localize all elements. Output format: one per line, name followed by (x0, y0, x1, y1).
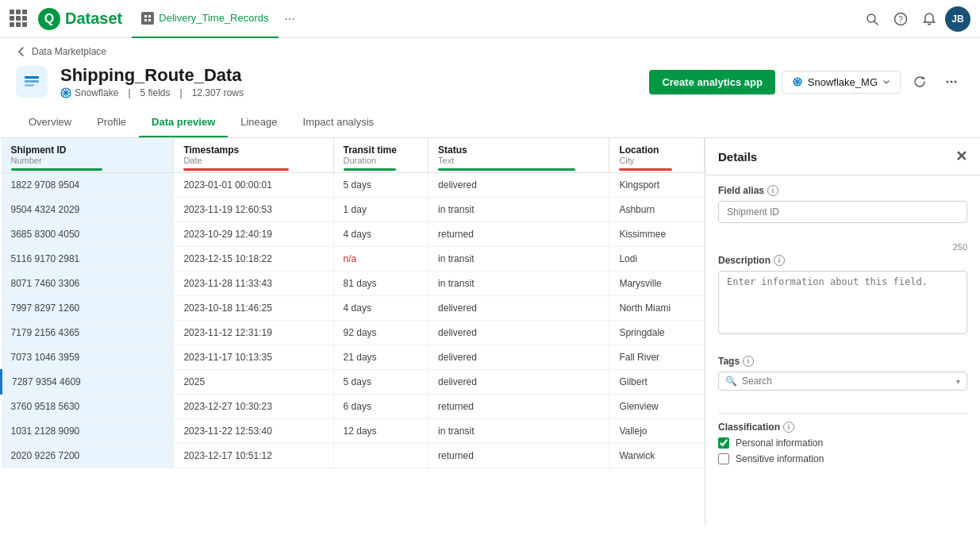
svg-rect-8 (25, 76, 39, 79)
search-nav-icon[interactable] (859, 6, 885, 32)
user-avatar[interactable]: JB (945, 6, 970, 32)
table-cell (333, 444, 429, 468)
tags-section: Tags i 🔍 ▾ (705, 346, 980, 400)
table-cell: 4 days (333, 296, 429, 321)
table-cell: 6 days (333, 395, 429, 419)
classification-personal-info[interactable]: Personal information (718, 437, 967, 449)
tabs-bar: Overview Profile Data preview Lineage Im… (0, 108, 980, 138)
table-cell: 2023-12-27 10:30:23 (174, 395, 333, 419)
main-content: Shipment ID Number Timestamps Date Trans… (0, 138, 980, 526)
classification-sensitive-info[interactable]: Sensitive information (718, 453, 967, 464)
svg-rect-0 (144, 15, 147, 17)
table-cell: 2023-11-19 12:60:53 (174, 198, 333, 222)
svg-text:?: ? (898, 15, 903, 24)
table-cell: returned (429, 222, 609, 247)
connection-dropdown[interactable]: Snowflake_MG (782, 71, 901, 94)
notifications-nav-icon[interactable] (917, 6, 942, 32)
tab-data-preview[interactable]: Data preview (139, 108, 228, 137)
table-cell: returned (429, 395, 609, 419)
field-alias-input[interactable] (718, 201, 967, 223)
classification-info-icon[interactable]: i (783, 422, 794, 433)
tab-more-icon[interactable]: ··· (285, 12, 295, 26)
details-close-button[interactable]: ✕ (955, 148, 967, 165)
dataset-source-label: Snowflake (75, 87, 118, 98)
back-icon (16, 46, 27, 57)
table-cell: 92 days (333, 321, 429, 345)
table-cell: in transit (429, 419, 609, 444)
col-header-timestamps[interactable]: Timestamps Date (174, 138, 333, 173)
personal-info-checkbox[interactable] (718, 437, 729, 449)
table-cell: 2023-10-29 12:40:19 (174, 222, 333, 247)
dataset-meta: Snowflake | 5 fields | 12.307 rows (60, 87, 244, 98)
dataset-rows: 12.307 rows (192, 87, 244, 98)
dataset-info: Shipping_Route_Data Snowflake | 5 fields… (60, 65, 244, 98)
table-cell: 2023-12-15 10:18:22 (174, 247, 333, 272)
table-cell: 7287 9354 4609 (2, 370, 174, 395)
description-textarea[interactable] (718, 271, 967, 334)
apps-icon[interactable] (10, 10, 29, 29)
table-cell: 2023-11-12 12:31:19 (174, 321, 333, 345)
col-header-location[interactable]: Location City (609, 138, 705, 173)
help-nav-icon[interactable]: ? (888, 6, 913, 32)
tags-search-icon: 🔍 (725, 376, 737, 387)
create-analytics-app-button[interactable]: Create analytics app (649, 70, 774, 94)
col-type-location: City (619, 156, 694, 165)
col-header-shipment-id[interactable]: Shipment ID Number (2, 138, 174, 173)
dataset-fields: 5 fields (140, 87, 171, 98)
description-info-icon[interactable]: i (774, 255, 785, 266)
dataset-icon (16, 66, 48, 98)
col-header-status[interactable]: Status Text (429, 138, 609, 173)
table-cell: 2023-10-18 11:46:25 (174, 296, 333, 321)
connection-chevron-icon (882, 78, 890, 86)
svg-rect-9 (25, 80, 39, 83)
table-cell: 5 days (333, 370, 429, 395)
table-cell: North Miami (609, 296, 705, 321)
table-cell: Warwick (609, 444, 705, 468)
active-tab[interactable]: Delivery_Time_Records (132, 0, 278, 38)
refresh-button[interactable] (907, 69, 932, 94)
table-cell: 21 days (333, 345, 429, 370)
col-name-location: Location (619, 144, 659, 156)
table-cell: 5116 9170 2981 (2, 247, 174, 272)
table-cell: 2025 (174, 370, 333, 395)
tags-input-container[interactable]: 🔍 ▾ (718, 372, 967, 391)
table-cell: Glenview (609, 395, 705, 419)
data-table: Shipment ID Number Timestamps Date Trans… (0, 138, 705, 468)
breadcrumb[interactable]: Data Marketplace (0, 38, 980, 65)
col-header-transit-time[interactable]: Transit time Duration (333, 138, 429, 173)
table-cell: 2023-11-22 12:53:40 (174, 419, 333, 444)
product-name: Dataset (65, 10, 122, 28)
table-cell: 2023-11-28 11:33:43 (174, 272, 333, 296)
top-nav: Q Dataset Delivery_Time_Records ··· ? JB (0, 0, 980, 38)
tags-info-icon[interactable]: i (743, 356, 754, 367)
svg-point-21 (947, 81, 949, 83)
table-cell: 1 day (333, 198, 429, 222)
snowflake-icon (60, 87, 71, 98)
field-alias-info-icon[interactable]: i (767, 185, 778, 196)
col-name-transit-time: Transit time (344, 144, 397, 156)
tab-profile[interactable]: Profile (84, 108, 139, 137)
description-char-count: 250 (718, 242, 967, 252)
more-options-button[interactable] (939, 69, 964, 94)
svg-point-22 (951, 81, 953, 83)
details-panel: Details ✕ Field alias i 250 Description … (705, 138, 980, 526)
tab-overview[interactable]: Overview (16, 108, 84, 137)
sensitive-info-checkbox[interactable] (718, 453, 729, 464)
tags-label: Tags i (718, 356, 967, 367)
table-cell: 81 days (333, 272, 429, 296)
tags-search-input[interactable] (742, 376, 951, 387)
table-cell: Fall River (609, 345, 705, 370)
personal-info-label: Personal information (736, 437, 823, 449)
table-cell: Kingsport (609, 173, 705, 198)
table-cell: Kissimmee (609, 222, 705, 247)
data-table-container[interactable]: Shipment ID Number Timestamps Date Trans… (0, 138, 705, 526)
dataset-source: Snowflake (60, 87, 118, 98)
tab-lineage[interactable]: Lineage (228, 108, 290, 137)
table-cell: delivered (429, 321, 609, 345)
connection-name: Snowflake_MG (808, 76, 878, 88)
svg-rect-3 (148, 19, 151, 21)
table-cell: 9504 4324 2029 (2, 198, 174, 222)
tab-impact-analysis[interactable]: Impact analysis (290, 108, 387, 137)
table-cell: delivered (429, 370, 609, 395)
qlik-logo: Q Dataset (38, 8, 122, 30)
